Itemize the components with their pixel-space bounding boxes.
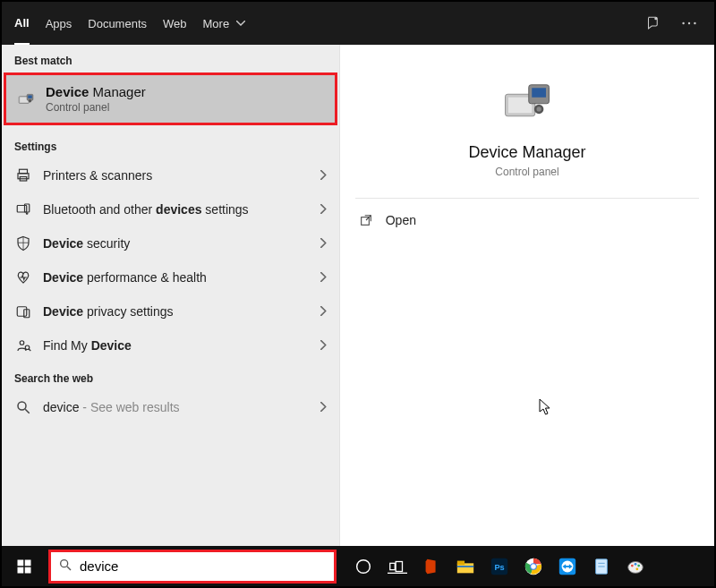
svg-point-34 (61, 559, 68, 567)
svg-rect-42 (457, 566, 473, 567)
start-button[interactable] (5, 546, 43, 586)
device-manager-icon (17, 90, 35, 108)
preview-pane: Device Manager Control panel Open (340, 45, 714, 546)
svg-rect-38 (396, 561, 402, 571)
svg-rect-25 (532, 88, 546, 98)
search-icon (58, 558, 72, 575)
findmy-icon (14, 337, 32, 354)
notepad-icon[interactable] (585, 550, 618, 583)
svg-point-56 (635, 562, 637, 565)
svg-point-8 (29, 99, 31, 102)
svg-rect-32 (18, 567, 24, 573)
settings-item[interactable]: Find My Device (2, 328, 339, 362)
file-explorer-icon[interactable] (449, 550, 482, 583)
svg-point-0 (654, 17, 657, 20)
settings-item-label: Find My Device (43, 338, 310, 353)
taskbar-search[interactable] (48, 550, 337, 584)
settings-item[interactable]: Device privacy settings (2, 294, 339, 328)
shield-icon (14, 234, 32, 252)
results-column: Best match Device Manager Control panel (2, 45, 340, 546)
svg-rect-9 (20, 169, 28, 174)
svg-rect-31 (25, 559, 31, 566)
svg-rect-33 (25, 567, 31, 573)
svg-point-58 (635, 567, 638, 570)
tab-documents-label: Documents (88, 17, 147, 30)
tab-more[interactable]: More (203, 2, 230, 45)
chevron-right-icon (320, 304, 327, 319)
photoshop-icon[interactable]: Ps (483, 550, 516, 583)
svg-rect-15 (17, 307, 27, 317)
svg-point-36 (357, 559, 371, 573)
svg-point-55 (631, 564, 634, 567)
web-result[interactable]: device - See web results (2, 390, 339, 424)
privacy-icon (14, 303, 32, 320)
taskbar: Ps (2, 546, 714, 586)
svg-line-21 (25, 409, 30, 413)
office-icon[interactable] (415, 550, 448, 583)
chevron-right-icon (320, 400, 327, 414)
section-search-web: Search the web (2, 362, 339, 390)
tab-documents[interactable]: Documents (88, 2, 147, 45)
svg-rect-12 (17, 206, 27, 213)
svg-rect-37 (390, 563, 396, 569)
svg-point-1 (682, 22, 684, 24)
chevron-right-icon (320, 168, 327, 183)
settings-item[interactable]: Device performance & health (2, 260, 339, 294)
svg-rect-50 (565, 566, 570, 567)
bluetooth-icon (14, 200, 32, 218)
settings-item-label: Device security (43, 236, 310, 251)
search-icon (14, 398, 32, 416)
settings-item-label: Printers & scanners (43, 168, 310, 183)
svg-line-19 (29, 349, 30, 351)
search-input[interactable] (80, 558, 327, 574)
settings-item-label: Device performance & health (43, 270, 310, 285)
best-match-result[interactable]: Device Manager Control panel (4, 72, 337, 125)
best-match-text: Device Manager Control panel (46, 84, 146, 114)
device-manager-large-icon (502, 77, 552, 131)
tab-all-label: All (14, 16, 30, 30)
chrome-icon[interactable] (517, 550, 550, 583)
tab-web[interactable]: Web (163, 2, 187, 45)
svg-point-2 (688, 22, 690, 24)
teamviewer-icon[interactable] (551, 550, 584, 583)
svg-rect-7 (28, 95, 32, 98)
ellipsis-icon[interactable] (677, 21, 702, 25)
cursor-icon (539, 399, 551, 419)
svg-point-3 (694, 22, 695, 24)
preview-subtitle: Control panel (495, 166, 558, 178)
svg-point-17 (20, 341, 24, 345)
svg-point-20 (18, 402, 26, 410)
svg-text:Ps: Ps (494, 562, 504, 571)
preview-title: Device Manager (468, 143, 585, 162)
settings-item[interactable]: Bluetooth and other devices settings (2, 192, 339, 226)
tab-apps[interactable]: Apps (46, 2, 72, 45)
cortana-icon[interactable] (347, 550, 379, 583)
tab-all[interactable]: All (14, 2, 30, 45)
task-view-icon[interactable] (381, 550, 413, 583)
chevron-down-icon (236, 21, 245, 26)
open-action[interactable]: Open (355, 199, 700, 242)
svg-line-35 (67, 567, 71, 570)
section-best-match: Best match (2, 45, 339, 72)
search-panel: All Apps Documents Web More Best match (2, 2, 714, 546)
chevron-right-icon (320, 338, 327, 353)
open-label: Open (386, 213, 416, 227)
svg-line-29 (366, 216, 371, 220)
svg-rect-30 (18, 559, 24, 566)
section-settings: Settings (2, 131, 339, 158)
svg-point-27 (537, 107, 541, 111)
tab-web-label: Web (163, 17, 187, 30)
settings-item-label: Bluetooth and other devices settings (43, 202, 310, 217)
printer-icon (14, 166, 32, 184)
paint-icon[interactable] (619, 550, 652, 583)
svg-rect-41 (457, 560, 465, 565)
svg-point-47 (531, 564, 536, 569)
filter-tabs: All Apps Documents Web More (2, 2, 714, 45)
heart-icon (14, 268, 32, 286)
settings-item[interactable]: Device security (2, 226, 339, 260)
chevron-right-icon (320, 202, 327, 217)
feedback-icon[interactable] (644, 15, 661, 31)
settings-item-label: Device privacy settings (43, 304, 310, 319)
chevron-right-icon (320, 270, 327, 285)
settings-item[interactable]: Printers & scanners (2, 158, 339, 192)
